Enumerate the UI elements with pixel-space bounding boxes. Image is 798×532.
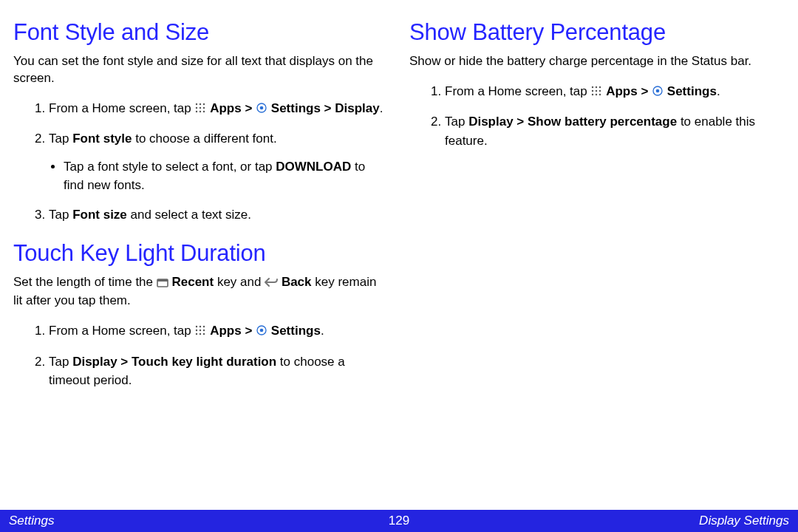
text: Set the length of time the [13,275,157,289]
steps-battery-percentage: From a Home screen, tap Apps > Settings. [409,82,785,151]
svg-point-0 [196,103,197,105]
apps-grid-icon [194,323,206,342]
settings-gear-icon [256,323,267,342]
svg-point-14 [200,326,201,327]
svg-point-7 [200,111,201,112]
apps-label: Apps > [606,84,652,98]
svg-point-5 [203,107,205,109]
svg-point-28 [596,90,597,92]
text: . [380,101,383,115]
svg-point-25 [596,86,597,88]
page-number: 129 [389,514,409,528]
columns: Font Style and Size You can set the font… [0,0,798,406]
page-footer: Settings 129 Display Settings [0,510,798,532]
apps-grid-icon [590,83,602,103]
text: Tap a font style to select a font, or ta… [64,160,276,174]
svg-point-18 [203,330,205,331]
page: Font Style and Size You can set the font… [0,0,798,532]
text: and select a text size. [127,208,251,222]
intro-battery-percentage: Show or hide the battery charge percenta… [409,53,785,70]
text: Tap [49,208,72,222]
steps-font-style-size: From a Home screen, tap Apps > [13,99,389,225]
svg-point-34 [656,89,660,93]
svg-point-8 [203,111,205,112]
apps-label: Apps > [210,324,256,338]
bold: Font size [72,208,127,222]
bold: Font style [72,132,132,146]
svg-point-6 [196,111,197,112]
svg-point-15 [203,326,205,327]
svg-point-29 [599,90,601,92]
step-1: From a Home screen, tap Apps > Settings. [49,321,389,342]
intro-touch-key-light: Set the length of time the Recent key an… [13,274,389,310]
svg-point-1 [200,103,201,105]
footer-left: Settings [9,514,54,528]
back-key-icon [265,276,278,293]
step-2: Tap Font style to choose a different fon… [49,129,389,195]
sub-bullet: Tap a font style to select a font, or ta… [64,157,384,195]
settings-gear-icon [652,83,664,103]
settings-label: Settings [667,84,717,98]
right-column: Show Battery Percentage Show or hide the… [409,15,785,406]
sub-bullets: Tap a font style to select a font, or ta… [49,157,384,195]
svg-point-26 [599,86,601,88]
settings-label: Settings [271,324,321,338]
svg-point-24 [592,86,593,88]
footer-right: Display Settings [699,514,789,528]
steps-touch-key-light: From a Home screen, tap Apps > Settings. [13,321,389,390]
svg-point-4 [200,107,201,109]
svg-point-27 [592,90,593,92]
svg-point-2 [203,103,205,105]
heading-battery-percentage: Show Battery Percentage [409,19,785,46]
text: Tap [49,132,72,146]
text: From a Home screen, tap [49,101,194,115]
step-2: Tap Display > Show battery percentage to… [445,112,785,150]
settings-gear-icon [256,100,267,120]
apps-grid-icon [194,100,206,120]
text: . [321,324,324,338]
svg-point-19 [196,333,197,335]
bold: Display > Show battery percentage [468,115,677,129]
svg-point-3 [196,107,197,109]
heading-font-style-size: Font Style and Size [13,19,389,46]
svg-point-32 [599,94,601,95]
svg-point-23 [260,329,264,332]
back-label: Back [282,275,312,289]
step-1: From a Home screen, tap Apps > Settings. [445,82,785,103]
svg-rect-12 [157,279,168,282]
text: Tap [49,355,72,369]
settings-display-label: Settings > Display [271,101,380,115]
heading-touch-key-light: Touch Key Light Duration [13,240,389,267]
text: . [717,84,720,98]
svg-point-30 [592,94,593,95]
svg-point-20 [200,333,201,335]
recent-key-icon [157,276,168,293]
text: to choose a different font. [132,132,276,146]
text: key and [217,275,265,289]
text: From a Home screen, tap [445,84,590,98]
svg-point-17 [200,330,201,331]
svg-point-21 [203,333,205,335]
apps-label: Apps > [210,101,256,115]
svg-point-10 [260,106,264,110]
left-column: Font Style and Size You can set the font… [13,15,389,406]
recent-label: Recent [171,275,214,289]
svg-point-13 [196,326,197,327]
text: Tap [445,115,468,129]
step-1: From a Home screen, tap Apps > [49,99,389,120]
bold: DOWNLOAD [276,160,351,174]
svg-point-31 [596,94,597,95]
intro-font-style-size: You can set the font style and size for … [13,53,389,87]
text: From a Home screen, tap [49,324,194,338]
step-3: Tap Font size and select a text size. [49,205,389,225]
step-2: Tap Display > Touch key light duration t… [49,352,389,390]
svg-point-16 [196,330,197,331]
bold: Display > Touch key light duration [72,355,276,369]
